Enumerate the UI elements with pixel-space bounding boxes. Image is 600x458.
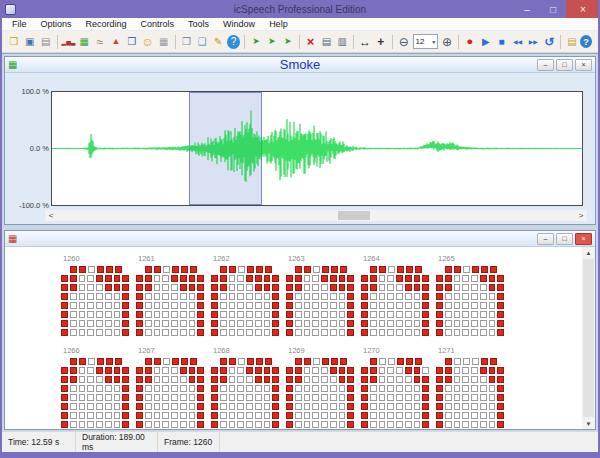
scroll-down-arrow[interactable]: ▼ [582,418,595,429]
epg-cell [422,284,429,291]
rewind-button[interactable]: ◀◀ [510,34,526,50]
epg-cell [115,358,122,365]
menu-item-help[interactable]: Help [262,18,295,31]
menu-item-file[interactable]: File [5,18,34,31]
smiley-display-button[interactable]: ☺ [140,34,156,50]
palatogram-display-button[interactable]: ▦ [156,34,172,50]
green-arrow-button-1[interactable]: ➤ [248,34,264,50]
epg-cell [105,329,112,336]
zoom-in-button[interactable]: ⊕ [439,34,455,50]
epg-cell [97,266,104,273]
epg-cell [414,320,421,327]
epg-cell [286,394,293,401]
epg-cell [497,284,504,291]
zoom-level-select[interactable]: 12▾ [413,34,439,49]
report-button[interactable]: ❑ [194,34,210,50]
epg-cell [96,421,103,428]
epg-cell [405,385,412,392]
epg-cell [405,320,412,327]
epg-cell [379,302,386,309]
menu-item-options[interactable]: Options [34,18,79,31]
green-arrow-button-3[interactable]: ➤ [280,34,296,50]
spectrogram-display-button[interactable]: ▦ [76,34,92,50]
pan-button[interactable]: + [373,34,389,50]
save-button[interactable]: ▣ [22,34,38,50]
waveform-maximize-button[interactable]: □ [556,59,573,71]
paste-button[interactable]: ❐ [178,34,194,50]
epg-cell [295,403,302,410]
epg-cell [379,385,386,392]
scroll-left-arrow[interactable]: < [45,210,57,221]
delete-button[interactable]: × [303,34,319,50]
scroll-up-arrow[interactable]: ▲ [582,247,595,258]
stop-button[interactable]: ■ [494,34,510,50]
waveform-display-button[interactable]: ▂▅▃ [61,34,77,50]
epg-frame-label: 1271 [436,346,504,355]
epg-cell [237,421,244,428]
vscroll-thumb[interactable] [583,259,594,417]
epg-cell [79,385,86,392]
notes-button[interactable]: ▤ [564,34,580,50]
scroll-right-arrow[interactable]: > [575,210,587,221]
annotate-button[interactable]: ✎ [210,34,226,50]
print-button[interactable]: ▤ [38,34,54,50]
menu-item-tools[interactable]: Tools [181,18,216,31]
epg-cell [489,320,496,327]
epg-frame-label: 1261 [136,254,204,263]
intensity-display-button[interactable]: ▲ [108,34,124,50]
epg-cell [255,367,262,374]
epg-cell [321,302,328,309]
pitch-display-button[interactable]: ≈ [92,34,108,50]
epg-cell [105,421,112,428]
epg-cell [330,320,337,327]
epg-cell [220,385,227,392]
palatogram-maximize-button[interactable]: □ [556,233,573,245]
epg-cell [286,275,293,282]
epg-cell [379,293,386,300]
epg-cell [114,293,121,300]
epg-cell [347,376,354,383]
epg-cell [347,394,354,401]
epg-cell [387,376,394,383]
open-file-button[interactable]: ❒ [6,34,22,50]
menu-item-window[interactable]: Window [216,18,262,31]
palatogram-minimize-button[interactable]: – [537,233,554,245]
waveform-hscrollbar[interactable]: < > [45,210,587,221]
help-bubble-button[interactable]: ? [227,35,240,49]
epg-frame: 1265 [436,254,504,338]
palatogram-close-button[interactable]: × [575,233,592,245]
epg-cell [321,367,328,374]
fit-width-button[interactable]: ↔ [357,34,373,50]
loop-button[interactable]: ↺ [541,34,557,50]
epg-cell [379,284,386,291]
forward-button[interactable]: ▶▶ [525,34,541,50]
help-button[interactable]: ? [580,35,592,48]
menu-item-recording[interactable]: Recording [79,18,134,31]
tile-horizontal-button[interactable]: ▤ [318,34,334,50]
epg-cell [105,412,112,419]
epg-cell [237,403,244,410]
green-arrow-button-2[interactable]: ➤ [264,34,280,50]
3d-display-button[interactable]: ❒ [124,34,140,50]
hscroll-thumb[interactable] [338,211,370,220]
menu-item-controls[interactable]: Controls [134,18,182,31]
epg-cell [396,412,403,419]
tile-vertical-button[interactable]: ▥ [334,34,350,50]
epg-cell [145,311,152,318]
epg-cell [70,311,77,318]
zoom-out-button[interactable]: ⊖ [396,34,412,50]
epg-cell [272,394,279,401]
window-title: icSpeech Professional Edition [0,4,600,15]
epg-cell [472,266,479,273]
epg-cell [264,385,271,392]
waveform-minimize-button[interactable]: – [537,59,554,71]
record-button[interactable]: ● [462,34,478,50]
epg-cell [154,421,161,428]
waveform-plot[interactable] [51,91,583,206]
palatogram-vscrollbar[interactable]: ▲ ▼ [582,247,595,429]
waveform-close-button[interactable]: × [575,59,592,71]
play-button[interactable]: ▶ [478,34,494,50]
epg-grid-row [436,367,504,374]
epg-frame-label: 1262 [211,254,279,263]
epg-cell [304,302,311,309]
